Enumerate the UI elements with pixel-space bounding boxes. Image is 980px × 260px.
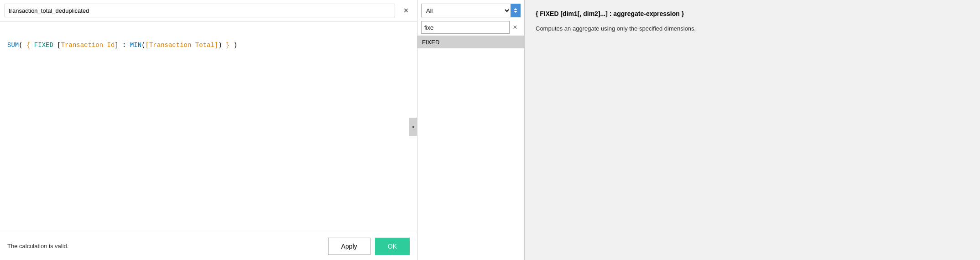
footer: The calculation is valid. Apply OK: [0, 232, 417, 260]
tok-brace-close: }: [226, 42, 229, 49]
tok-paren2: (: [141, 42, 145, 49]
tok-paren-close: ): [229, 42, 237, 49]
search-panel: All Operators Functions Parameters Field…: [417, 0, 525, 260]
tok-brace-open: {: [26, 42, 34, 49]
help-description: Computes an aggregate using only the spe…: [536, 24, 969, 34]
search-row: ×: [417, 19, 524, 36]
arrow-down-icon: [514, 11, 517, 13]
footer-buttons: Apply OK: [328, 238, 410, 255]
tok-min: MIN: [130, 42, 141, 49]
tok-fixed: FIXED: [34, 42, 53, 49]
search-input[interactable]: [421, 21, 510, 34]
calculation-name-input[interactable]: [5, 4, 395, 17]
tok-bracket-open: [: [53, 42, 61, 49]
tok-paren-close2: ): [218, 42, 226, 49]
category-row: All Operators Functions Parameters Field…: [417, 0, 524, 19]
category-dropdown-button[interactable]: [511, 4, 521, 17]
list-item[interactable]: FIXED: [417, 36, 524, 48]
tok-colon: ] :: [115, 42, 130, 49]
apply-button[interactable]: Apply: [328, 238, 370, 255]
category-select[interactable]: All Operators Functions Parameters Field…: [421, 4, 511, 17]
calculation-editor: × SUM( { FIXED [Transaction Id] : MIN([T…: [0, 0, 417, 260]
category-select-wrapper: All Operators Functions Parameters Field…: [421, 4, 521, 17]
collapse-panel-arrow[interactable]: ◀: [409, 118, 417, 136]
tok-sum: SUM: [7, 42, 19, 49]
code-line-1: SUM( { FIXED [Transaction Id] : MIN([Tra…: [7, 42, 410, 49]
arrow-up-icon: [514, 8, 517, 10]
ok-button[interactable]: OK: [375, 238, 410, 255]
results-list: FIXED: [417, 36, 524, 260]
search-clear-button[interactable]: ×: [510, 23, 521, 31]
tok-paren-open: (: [19, 42, 26, 49]
title-bar: ×: [0, 0, 417, 21]
code-editor[interactable]: SUM( { FIXED [Transaction Id] : MIN([Tra…: [0, 21, 417, 232]
tok-transaction-id: Transaction Id: [61, 42, 115, 49]
tok-transaction-total: [Transaction Total]: [146, 42, 219, 49]
help-title: { FIXED [dim1[, dim2]...] : aggregate-ex…: [536, 9, 969, 19]
close-button[interactable]: ×: [400, 4, 412, 17]
help-panel: { FIXED [dim1[, dim2]...] : aggregate-ex…: [525, 0, 980, 260]
validation-status: The calculation is valid.: [7, 243, 68, 250]
